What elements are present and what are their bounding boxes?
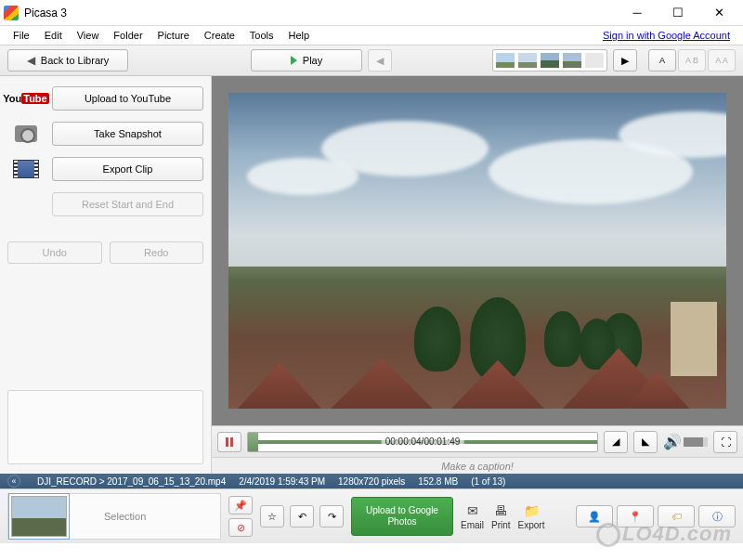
thumbnail-1[interactable]	[495, 52, 515, 69]
time-label: 00:00:04/00:01:49	[382, 436, 464, 447]
rotate-left-button[interactable]: ↶	[290, 505, 314, 527]
rotate-right-icon: ↷	[328, 511, 336, 523]
menu-folder[interactable]: Folder	[106, 28, 150, 43]
camera-icon	[7, 121, 45, 147]
main-area: YouTube Upload to YouTube Take Snapshot …	[0, 76, 743, 474]
menu-create[interactable]: Create	[197, 28, 242, 43]
playback-bar: 00:00:04/00:01:49 ◢ ◣ 🔊 ⛶	[212, 425, 743, 457]
clear-selection-button[interactable]: ⊘	[228, 518, 253, 537]
caption-input[interactable]: Make a caption!	[212, 457, 743, 474]
export-button[interactable]: 📁 Export	[518, 503, 545, 530]
pause-button[interactable]	[217, 432, 241, 452]
back-label: Back to Library	[41, 55, 109, 66]
selection-tray: Selection	[7, 493, 221, 540]
collapse-tray-button[interactable]: «	[7, 475, 20, 488]
thumbnail-5[interactable]	[584, 52, 605, 69]
print-label: Print	[491, 520, 511, 530]
pin-map-icon: 📍	[629, 511, 642, 523]
person-icon: 👤	[588, 511, 601, 523]
file-position: (1 of 13)	[471, 476, 505, 487]
info-bar: « DJI_RECORD > 2017_09_06_15_13_20.mp4 2…	[0, 474, 743, 488]
export-icon: 📁	[522, 503, 541, 518]
export-clip-button[interactable]: Export Clip	[52, 157, 203, 181]
file-path: DJI_RECORD > 2017_09_06_15_13_20.mp4	[37, 476, 226, 487]
email-button[interactable]: ✉ Email	[461, 503, 484, 530]
file-dimensions: 1280x720 pixels	[338, 476, 405, 487]
export-label: Export	[518, 520, 545, 530]
set-end-button[interactable]: ◣	[633, 431, 658, 453]
menu-tools[interactable]: Tools	[242, 28, 281, 43]
back-arrow-icon: ◀	[27, 54, 35, 67]
undo-button[interactable]: Undo	[7, 241, 102, 264]
fullscreen-button[interactable]: ⛶	[713, 431, 737, 453]
reset-start-end-button[interactable]: Reset Start and End	[52, 192, 203, 216]
email-label: Email	[461, 520, 484, 530]
play-button[interactable]: Play	[251, 49, 362, 72]
file-size: 152.8 MB	[418, 476, 458, 487]
menu-view[interactable]: View	[70, 28, 107, 43]
text-size-aa[interactable]: A A	[708, 49, 736, 72]
star-button[interactable]: ☆	[260, 505, 284, 527]
thumbnail-3[interactable]	[540, 52, 560, 69]
rotate-right-button[interactable]: ↷	[319, 505, 344, 527]
histogram-box	[7, 390, 203, 464]
play-icon	[291, 56, 297, 65]
take-snapshot-button[interactable]: Take Snapshot	[52, 122, 203, 146]
window-title: Picasa 3	[24, 7, 617, 20]
thumbnail-strip	[492, 49, 607, 72]
signin-link[interactable]: Sign in with Google Account	[603, 30, 737, 41]
end-marker-icon: ◣	[642, 436, 649, 448]
menu-bar: File Edit View Folder Picture Create Too…	[0, 26, 743, 45]
people-tag-button[interactable]: 👤	[576, 505, 613, 527]
prev-button[interactable]: ◀	[368, 49, 392, 72]
selection-thumbnail[interactable]	[11, 496, 67, 537]
redo-button[interactable]: Redo	[110, 241, 204, 264]
minimize-button[interactable]: ─	[617, 0, 658, 26]
print-button[interactable]: 🖶 Print	[491, 503, 511, 530]
upload-youtube-button[interactable]: Upload to YouTube	[52, 86, 203, 111]
bottom-tray: Selection 📌 ⊘ ☆ ↶ ↷ Upload to Google Pho…	[0, 488, 743, 543]
prev-arrow-icon: ◀	[376, 55, 384, 67]
text-size-group: A A B A A	[648, 49, 736, 72]
volume-control[interactable]: 🔊	[663, 433, 708, 450]
volume-slider[interactable]	[684, 437, 708, 447]
video-frame	[228, 93, 726, 409]
close-button[interactable]: ✕	[698, 0, 739, 26]
hold-selection-button[interactable]: 📌	[228, 496, 253, 514]
menu-help[interactable]: Help	[281, 28, 318, 43]
info-button[interactable]: ⓘ	[698, 505, 736, 527]
image-area[interactable]	[212, 76, 743, 425]
rotate-left-icon: ↶	[298, 511, 306, 523]
back-to-library-button[interactable]: ◀ Back to Library	[7, 49, 128, 72]
next-arrow-icon: ▶	[621, 55, 629, 67]
set-start-button[interactable]: ◢	[604, 431, 628, 453]
menu-file[interactable]: File	[6, 28, 37, 43]
sidebar: YouTube Upload to YouTube Take Snapshot …	[0, 76, 212, 474]
tag-icon: 🏷	[671, 511, 682, 522]
thumbnail-2[interactable]	[517, 52, 538, 69]
fullscreen-icon: ⛶	[721, 436, 731, 448]
viewer: 00:00:04/00:01:49 ◢ ◣ 🔊 ⛶ Make a caption…	[212, 76, 743, 474]
start-marker-icon: ◢	[612, 436, 619, 448]
menu-picture[interactable]: Picture	[150, 28, 197, 43]
toolbar: ◀ Back to Library Play ◀ ▶ A A B A A	[0, 45, 743, 76]
text-size-ab[interactable]: A B	[678, 49, 706, 72]
maximize-button[interactable]: ☐	[658, 0, 698, 26]
window-titlebar: Picasa 3 ─ ☐ ✕	[0, 0, 743, 26]
star-icon: ☆	[267, 511, 277, 523]
clear-icon: ⊘	[237, 522, 245, 534]
email-icon: ✉	[463, 503, 482, 518]
places-tag-button[interactable]: 📍	[617, 505, 654, 527]
tags-button[interactable]: 🏷	[658, 505, 695, 527]
selection-label: Selection	[104, 511, 146, 522]
thumbnail-4[interactable]	[562, 52, 582, 69]
file-datetime: 2/4/2019 1:59:43 PM	[239, 476, 325, 487]
menu-edit[interactable]: Edit	[37, 28, 70, 43]
play-label: Play	[303, 55, 322, 66]
text-size-a[interactable]: A	[648, 49, 676, 72]
timeline-slider[interactable]: 00:00:04/00:01:49	[247, 432, 598, 452]
pin-icon: 📌	[234, 500, 247, 512]
next-button[interactable]: ▶	[613, 49, 637, 72]
upload-google-photos-button[interactable]: Upload to Google Photos	[351, 497, 453, 536]
youtube-icon: YouTube	[7, 85, 45, 111]
